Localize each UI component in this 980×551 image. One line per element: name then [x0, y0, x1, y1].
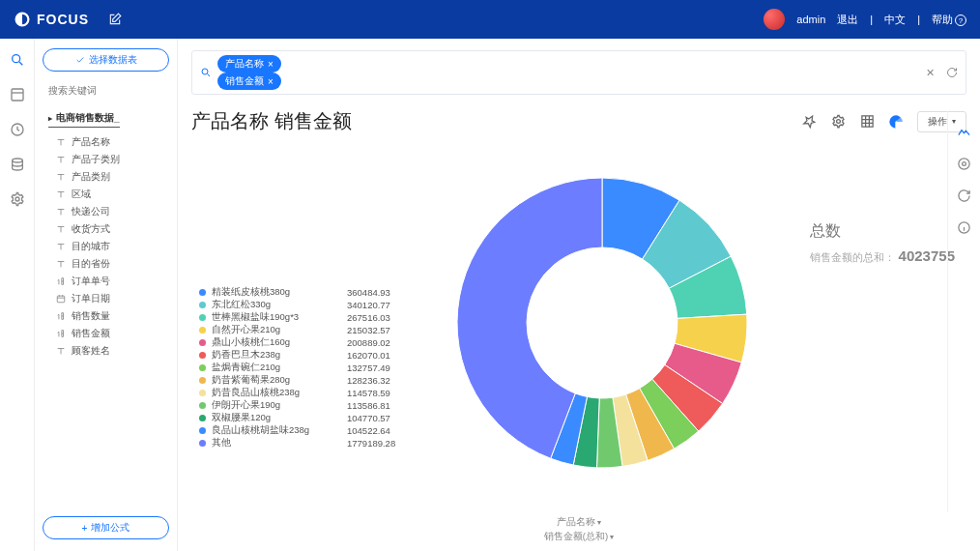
axis-x[interactable]: 产品名称▾: [544, 516, 614, 529]
legend-name: 东北红松330g: [212, 299, 347, 311]
field-item[interactable]: 订单日期: [56, 290, 169, 307]
nav-iconbar: [0, 39, 35, 551]
gear-icon[interactable]: [830, 114, 846, 130]
history-icon[interactable]: [10, 122, 25, 137]
field-item[interactable]: 目的省份: [56, 255, 169, 273]
dataset-title[interactable]: ▸ 电商销售数据_: [48, 111, 120, 128]
add-formula-button[interactable]: +增加公式: [43, 516, 169, 539]
field-item[interactable]: 收货方式: [56, 220, 169, 238]
legend-name: 奶昔紫葡萄果280g: [212, 374, 347, 387]
legend-value: 267516.03: [347, 312, 415, 323]
svg-point-7: [202, 69, 208, 74]
legend-item[interactable]: 世棒黑椒盐味190g*3267516.03: [199, 311, 415, 324]
legend-item[interactable]: 精装纸皮核桃380g360484.93: [199, 286, 415, 299]
right-toolbar: [947, 111, 980, 512]
field-type-icon: [56, 294, 66, 304]
field-label: 快递公司: [72, 205, 110, 218]
legend-value: 113586.81: [347, 400, 415, 411]
refresh-icon[interactable]: [946, 67, 958, 79]
field-type-icon: [56, 172, 66, 182]
legend-item[interactable]: 良品山核桃胡盐味238g104522.64: [199, 424, 415, 437]
dashboard-icon[interactable]: [10, 87, 25, 102]
field-label: 顾客姓名: [72, 344, 110, 358]
field-item[interactable]: 快递公司: [56, 203, 169, 220]
field-label: 销售数量: [72, 309, 110, 323]
data-icon[interactable]: [10, 157, 25, 172]
chip-remove-icon[interactable]: ×: [268, 76, 274, 87]
legend-dot: [199, 364, 206, 371]
edit-icon[interactable]: [108, 13, 122, 26]
summary-title: 总数: [810, 221, 955, 242]
legend-dot: [199, 314, 206, 321]
legend-item[interactable]: 自然开心果210g215032.57: [199, 324, 415, 336]
svg-point-4: [15, 197, 19, 201]
field-item[interactable]: 产品名称: [56, 133, 169, 151]
svg-point-10: [963, 162, 966, 166]
legend-item[interactable]: 鼎山小核桃仁160g200889.02: [199, 336, 415, 349]
chart-icon[interactable]: [888, 114, 904, 130]
legend-value: 132757.49: [347, 362, 415, 373]
field-item[interactable]: 产品子类别: [56, 151, 169, 168]
table-icon[interactable]: [859, 114, 875, 130]
legend-dot: [199, 415, 206, 421]
field-item[interactable]: 产品类别: [56, 168, 169, 186]
field-item[interactable]: 销售金额: [56, 325, 169, 342]
field-item[interactable]: 区域: [56, 186, 169, 203]
pin-icon[interactable]: [801, 114, 817, 130]
reload-icon[interactable]: [957, 188, 971, 203]
info-icon[interactable]: [957, 220, 971, 235]
legend-item[interactable]: 双椒腰果120g104770.57: [199, 412, 415, 424]
legend-name: 世棒黑椒盐味190g*3: [212, 311, 347, 324]
field-item[interactable]: 订单单号: [56, 273, 169, 290]
query-chipbar[interactable]: 产品名称×销售金额× ✕: [191, 50, 966, 95]
clear-icon[interactable]: ✕: [926, 67, 935, 79]
legend-value: 104522.64: [347, 425, 415, 436]
field-item[interactable]: 目的城市: [56, 238, 169, 255]
legend-dot: [199, 427, 206, 434]
help-link[interactable]: 帮助?: [932, 13, 966, 27]
legend-item[interactable]: 盐焗青碗仁210g132757.49: [199, 362, 415, 374]
config-icon[interactable]: [957, 157, 971, 171]
field-label: 产品类别: [72, 170, 110, 184]
legend-name: 良品山核桃胡盐味238g: [212, 424, 347, 437]
legend-item[interactable]: 伊朗开心果190g113586.81: [199, 399, 415, 412]
field-search[interactable]: [43, 81, 169, 100]
chart-type-icon[interactable]: [957, 125, 971, 139]
select-data-button[interactable]: 选择数据表: [43, 48, 169, 72]
field-type-icon: [56, 137, 66, 147]
axis-y[interactable]: 销售金额(总和)▾: [544, 531, 614, 543]
legend-name: 盐焗青碗仁210g: [212, 362, 347, 374]
query-chip[interactable]: 销售金额×: [217, 72, 281, 90]
language-toggle[interactable]: 中文: [884, 13, 906, 27]
field-item[interactable]: 顾客姓名: [56, 342, 169, 360]
legend-value: 340120.77: [347, 300, 415, 310]
logout-link[interactable]: 退出: [837, 13, 858, 27]
donut-chart[interactable]: [443, 163, 762, 482]
field-label: 目的省份: [72, 257, 110, 271]
chip-remove-icon[interactable]: ×: [268, 59, 274, 70]
legend-item[interactable]: 奶昔紫葡萄果280g128236.32: [199, 374, 415, 387]
legend-dot: [199, 377, 206, 384]
field-label: 收货方式: [72, 222, 110, 236]
search-icon[interactable]: [10, 52, 25, 68]
username[interactable]: admin: [796, 14, 825, 25]
avatar[interactable]: [764, 9, 785, 30]
field-item[interactable]: 销售数量: [56, 307, 169, 325]
legend-name: 自然开心果210g: [212, 324, 347, 336]
field-type-icon: [56, 276, 66, 286]
legend-dot: [199, 440, 206, 447]
legend-dot: [199, 289, 206, 296]
svg-point-11: [959, 159, 969, 169]
summary-label: 销售金额的总和：: [810, 251, 895, 263]
legend-name: 鼎山小核桃仁160g: [212, 336, 347, 349]
legend-item[interactable]: 奶香巴旦木238g162070.01: [199, 349, 415, 362]
brand-text: FOCUS: [37, 12, 89, 27]
settings-icon[interactable]: [10, 191, 25, 207]
legend-item[interactable]: 东北红松330g340120.77: [199, 299, 415, 311]
query-chip[interactable]: 产品名称×: [217, 55, 281, 72]
search-icon[interactable]: [200, 67, 212, 78]
field-search-input[interactable]: [48, 85, 171, 96]
legend-item[interactable]: 其他1779189.28: [199, 437, 415, 450]
legend-name: 伊朗开心果190g: [212, 399, 347, 412]
legend-item[interactable]: 奶昔良品山核桃238g114578.59: [199, 387, 415, 399]
